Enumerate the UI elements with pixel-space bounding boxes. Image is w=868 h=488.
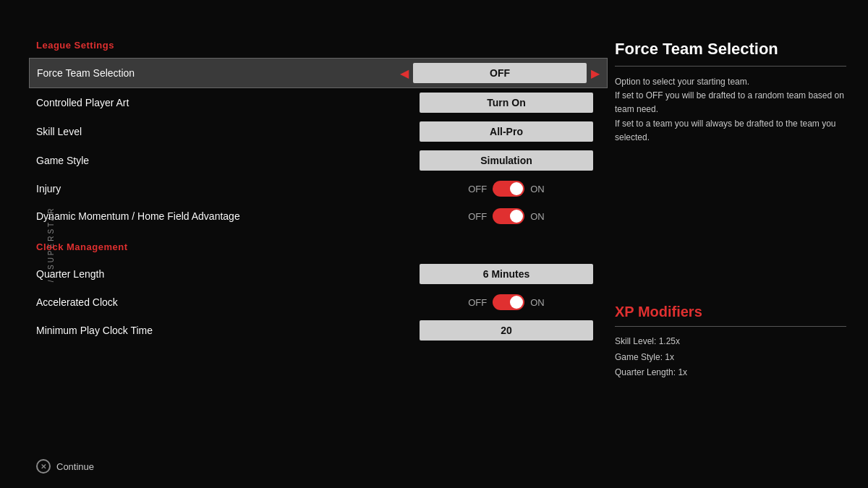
quarter-length-row[interactable]: Quarter Length 6 Minutes: [36, 260, 600, 288]
skill-level-control[interactable]: All-Pro: [412, 121, 600, 142]
injury-label: Injury: [36, 183, 61, 194]
dynamic-momentum-label: Dynamic Momentum / Home Field Advantage: [36, 210, 240, 222]
injury-on-label: ON: [530, 184, 545, 194]
controlled-player-art-row[interactable]: Controlled Player Art Turn On: [36, 88, 600, 117]
game-style-label: Game Style: [36, 155, 89, 166]
game-style-control[interactable]: Simulation: [412, 150, 600, 171]
accelerated-clock-control[interactable]: OFF ON: [412, 294, 600, 310]
dynamic-momentum-control[interactable]: OFF ON: [412, 208, 600, 224]
xp-divider: [615, 326, 846, 327]
controlled-player-art-value: Turn On: [420, 93, 593, 113]
skill-level-row[interactable]: Skill Level All-Pro: [36, 117, 600, 146]
quarter-length-control[interactable]: 6 Minutes: [412, 264, 600, 284]
min-play-clock-value: 20: [420, 320, 593, 341]
force-team-selection-row[interactable]: Force Team Selection ◀ OFF ▶: [29, 58, 608, 88]
force-team-selection-control[interactable]: ◀ OFF ▶: [400, 63, 600, 83]
accelerated-clock-row[interactable]: Accelerated Clock OFF ON: [36, 288, 600, 316]
xp-modifiers-title: XP Modifiers: [615, 304, 846, 320]
force-team-info-card: Force Team Selection Option to select yo…: [615, 40, 846, 145]
accelerated-clock-label: Accelerated Clock: [36, 296, 118, 308]
settings-panel: League Settings Force Team Selection ◀ O…: [36, 40, 600, 345]
force-team-selection-label: Force Team Selection: [37, 67, 135, 79]
min-play-clock-label: Minimum Play Clock Time: [36, 325, 153, 336]
force-team-left-arrow[interactable]: ◀: [400, 67, 409, 80]
injury-row[interactable]: Injury OFF ON: [36, 175, 600, 202]
skill-level-label: Skill Level: [36, 126, 82, 137]
dynamic-momentum-toggle[interactable]: [493, 208, 524, 224]
clock-management-header: Clock Management: [36, 241, 600, 252]
min-play-clock-control[interactable]: 20: [412, 320, 600, 341]
controlled-player-art-label: Controlled Player Art: [36, 97, 129, 108]
dynamic-momentum-row[interactable]: Dynamic Momentum / Home Field Advantage …: [36, 202, 600, 230]
xp-game-style: Game Style: 1x: [615, 350, 846, 366]
quarter-length-value: 6 Minutes: [420, 264, 593, 284]
xp-quarter-length: Quarter Length: 1x: [615, 365, 846, 381]
bottom-bar: ✕ Continue: [36, 459, 94, 474]
min-play-clock-row[interactable]: Minimum Play Clock Time 20: [36, 316, 600, 345]
league-settings-header: League Settings: [36, 40, 600, 51]
continue-label[interactable]: Continue: [56, 461, 94, 472]
dynamic-momentum-off-label: OFF: [468, 211, 487, 222]
quarter-length-label: Quarter Length: [36, 268, 104, 280]
force-team-right-arrow[interactable]: ▶: [591, 67, 600, 80]
accelerated-clock-on-label: ON: [530, 297, 545, 308]
right-panel: Force Team Selection Option to select yo…: [615, 40, 846, 381]
injury-off-label: OFF: [468, 184, 487, 194]
injury-toggle[interactable]: [493, 181, 524, 197]
force-team-value: OFF: [413, 63, 587, 83]
injury-control[interactable]: OFF ON: [412, 181, 600, 197]
xp-skill-level: Skill Level: 1.25x: [615, 334, 846, 350]
accelerated-clock-off-label: OFF: [468, 297, 487, 308]
controlled-player-art-control[interactable]: Turn On: [412, 93, 600, 113]
xp-modifiers-card: XP Modifiers Skill Level: 1.25x Game Sty…: [615, 304, 846, 381]
x-button-icon[interactable]: ✕: [36, 459, 51, 474]
accelerated-clock-toggle[interactable]: [493, 294, 524, 310]
dynamic-momentum-on-label: ON: [530, 211, 545, 222]
skill-level-value: All-Pro: [420, 121, 593, 142]
info-divider: [615, 66, 846, 67]
info-card-text: Option to select your starting team. If …: [615, 75, 846, 145]
game-style-value: Simulation: [420, 150, 593, 171]
info-card-title: Force Team Selection: [615, 40, 846, 59]
game-style-row[interactable]: Game Style Simulation: [36, 146, 600, 175]
